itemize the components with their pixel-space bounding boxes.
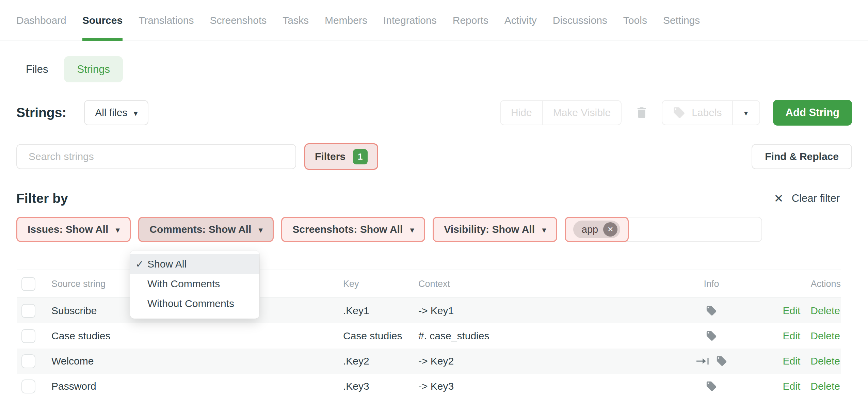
row-checkbox[interactable] — [21, 354, 35, 368]
nav-item-settings[interactable]: Settings — [663, 0, 700, 41]
nav-item-sources[interactable]: Sources — [82, 0, 123, 41]
filter-chips-row: Issues: Show All ▾ Comments: Show All ▾ … — [16, 217, 762, 242]
close-icon: ✕ — [774, 192, 784, 205]
label-chip-app[interactable]: app ✕ — [573, 221, 620, 238]
search-input[interactable] — [16, 144, 296, 169]
edit-link[interactable]: Edit — [783, 305, 801, 317]
caret-down-icon: ▾ — [116, 226, 119, 234]
nav-item-activity[interactable]: Activity — [504, 0, 537, 41]
info-cell — [681, 305, 742, 317]
nav-item-tools[interactable]: Tools — [623, 0, 647, 41]
caret-down-icon: ▾ — [542, 226, 546, 234]
add-string-button[interactable]: Add String — [773, 100, 852, 126]
labels-button[interactable]: Labels — [662, 100, 733, 125]
nav-item-reports[interactable]: Reports — [453, 0, 488, 41]
view-tabs: Files Strings — [26, 56, 123, 82]
caret-down-icon: ▾ — [744, 110, 748, 117]
nav-item-members[interactable]: Members — [325, 0, 367, 41]
file-select-value: All files — [95, 107, 127, 118]
strings-page: Dashboard Sources Translations Screensho… — [0, 0, 868, 404]
visibility-filter-label: Visibility: Show All — [444, 224, 535, 235]
key-cell: Case studies — [343, 330, 418, 342]
nav-item-translations[interactable]: Translations — [139, 0, 194, 41]
column-header-key: Key — [343, 279, 418, 289]
comments-filter-dropdown[interactable]: Comments: Show All ▾ — [138, 217, 274, 242]
select-all-checkbox[interactable] — [21, 277, 35, 291]
menu-item-show-all[interactable]: ✓ Show All — [130, 254, 259, 274]
context-cell: -> Key2 — [418, 355, 681, 367]
search-row: Filters 1 Find & Replace — [16, 143, 852, 170]
hide-button[interactable]: Hide — [500, 100, 543, 125]
tab-files[interactable]: Files — [26, 63, 48, 76]
labels-dropdown-button[interactable]: ▾ — [732, 100, 760, 125]
menu-item-label: Show All — [147, 258, 187, 270]
menu-item-label: With Comments — [147, 278, 220, 290]
delete-link[interactable]: Delete — [810, 330, 840, 342]
edit-link[interactable]: Edit — [783, 355, 801, 367]
visibility-filter-dropdown[interactable]: Visibility: Show All ▾ — [433, 217, 557, 242]
find-replace-button[interactable]: Find & Replace — [752, 144, 852, 169]
delete-strings-button[interactable] — [634, 104, 649, 121]
source-string-cell: Password — [51, 381, 343, 392]
filter-panel-title: Filter by — [16, 191, 68, 206]
delete-link[interactable]: Delete — [810, 355, 840, 367]
delete-link[interactable]: Delete — [810, 305, 840, 317]
issues-filter-dropdown[interactable]: Issues: Show All ▾ — [16, 217, 131, 242]
check-icon: ✓ — [135, 258, 144, 270]
edit-link[interactable]: Edit — [783, 330, 801, 342]
key-cell: .Key2 — [343, 355, 418, 367]
file-select-dropdown[interactable]: All files ▾ — [84, 100, 148, 125]
clear-filter-label: Clear filter — [792, 192, 840, 205]
nav-item-discussions[interactable]: Discussions — [553, 0, 607, 41]
actions-cell: Edit Delete — [742, 381, 841, 392]
visibility-button-group: Hide Make Visible — [500, 100, 622, 125]
tag-icon — [706, 330, 717, 342]
page-title: Strings: — [16, 105, 66, 120]
labels-filter-input[interactable]: app ✕ — [565, 217, 762, 242]
arrow-to-bar-icon — [695, 356, 710, 366]
labels-filter-active-area: app ✕ — [565, 217, 629, 242]
filters-button[interactable]: Filters 1 — [304, 143, 378, 170]
clear-filter-button[interactable]: ✕ Clear filter — [774, 192, 840, 205]
filter-panel-header: Filter by ✕ Clear filter — [16, 188, 840, 209]
actions-cell: Edit Delete — [742, 355, 841, 367]
column-header-context: Context — [418, 279, 681, 289]
remove-label-button[interactable]: ✕ — [603, 222, 617, 237]
delete-link[interactable]: Delete — [810, 381, 840, 392]
tag-icon — [716, 355, 727, 367]
info-cell — [681, 381, 742, 392]
nav-item-screenshots[interactable]: Screenshots — [210, 0, 267, 41]
labels-button-group: Labels ▾ — [662, 100, 760, 125]
key-cell: .Key1 — [343, 305, 418, 317]
key-cell: .Key3 — [343, 381, 418, 392]
info-cell — [681, 330, 742, 342]
caret-down-icon: ▾ — [410, 226, 414, 234]
label-chip-text: app — [582, 224, 598, 235]
context-cell: -> Key3 — [418, 381, 681, 392]
row-checkbox[interactable] — [21, 329, 35, 343]
source-string-cell: Case studies — [51, 330, 343, 342]
context-cell: -> Key1 — [418, 305, 681, 317]
source-string-cell: Welcome — [51, 355, 343, 367]
context-cell: #. case_studies — [418, 330, 681, 342]
make-visible-button[interactable]: Make Visible — [542, 100, 622, 125]
nav-item-dashboard[interactable]: Dashboard — [16, 0, 66, 41]
tab-strings[interactable]: Strings — [64, 56, 123, 82]
table-row: Password .Key3 -> Key3 Edit Delete — [17, 374, 841, 399]
top-nav: Dashboard Sources Translations Screensho… — [0, 0, 868, 41]
screenshots-filter-label: Screenshots: Show All — [292, 224, 403, 235]
issues-filter-label: Issues: Show All — [28, 224, 108, 235]
menu-item-without-comments[interactable]: Without Comments — [130, 294, 259, 313]
row-checkbox[interactable] — [21, 379, 35, 393]
menu-item-label: Without Comments — [147, 298, 234, 309]
actions-cell: Edit Delete — [742, 330, 841, 342]
screenshots-filter-dropdown[interactable]: Screenshots: Show All ▾ — [281, 217, 425, 242]
edit-link[interactable]: Edit — [783, 381, 801, 392]
info-cell — [681, 355, 742, 367]
caret-down-icon: ▾ — [259, 226, 262, 234]
menu-item-with-comments[interactable]: With Comments — [130, 274, 259, 294]
row-checkbox[interactable] — [21, 304, 35, 318]
column-header-actions: Actions — [742, 279, 841, 289]
nav-item-tasks[interactable]: Tasks — [283, 0, 309, 41]
nav-item-integrations[interactable]: Integrations — [383, 0, 437, 41]
